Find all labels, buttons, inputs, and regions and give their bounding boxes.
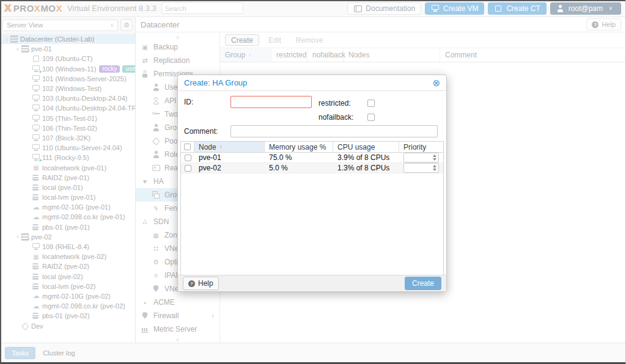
- window-edge: [0, 0, 626, 1]
- node-row[interactable]: pve-01 75.0 % 3.9% of 8 CPUs: [181, 153, 443, 163]
- cpu-column-header[interactable]: CPU usage: [333, 142, 399, 152]
- node-row-checkbox[interactable]: [185, 165, 191, 172]
- priority-spinner[interactable]: [403, 153, 439, 162]
- select-all-checkbox[interactable]: [184, 144, 191, 150]
- node-row-cell: [181, 155, 194, 161]
- id-label: ID:: [184, 98, 230, 106]
- id-input[interactable]: [230, 96, 312, 108]
- priority-column-label: Priority: [403, 143, 426, 151]
- comment-field-row: Comment:: [184, 125, 438, 137]
- comment-input[interactable]: [230, 125, 438, 137]
- dialog-footer: Help Create: [178, 275, 446, 291]
- node-column-label: Node: [199, 143, 216, 151]
- memory-column-label: Memory usage %: [269, 143, 326, 151]
- memory-column-header[interactable]: Memory usage %: [265, 142, 333, 152]
- memory-usage-cell: 5.0 %: [265, 164, 333, 172]
- restricted-checkbox[interactable]: [367, 100, 375, 107]
- restricted-row: restricted:: [319, 96, 375, 110]
- node-row[interactable]: pve-02 5.0 % 1.3% of 8 CPUs: [181, 163, 443, 173]
- dialog-title-bar: Create: HA Group: [178, 75, 446, 91]
- comment-label: Comment:: [184, 127, 230, 136]
- dialog-help-label: Help: [198, 279, 213, 288]
- checkbox-column: restricted: nofailback:: [319, 96, 375, 124]
- node-table-rows: pve-01 75.0 % 3.9% of 8 CPUs: [181, 153, 443, 173]
- memory-usage-cell: 75.0 %: [265, 153, 333, 162]
- dialog-help-button[interactable]: Help: [183, 277, 219, 290]
- window-edge: [0, 0, 1, 364]
- id-field-row: ID:: [184, 96, 312, 108]
- cpu-usage-cell: 3.9% of 8 CPUs: [333, 153, 399, 162]
- restricted-label: restricted:: [319, 99, 367, 107]
- node-row-cell: [181, 165, 194, 172]
- cpu-usage-cell: 1.3% of 8 CPUs: [333, 164, 399, 172]
- create-ha-group-dialog: Create: HA Group ID: restricted: nofailb…: [177, 75, 447, 292]
- node-name-cell: pve-01: [194, 153, 265, 162]
- priority-spinner[interactable]: [403, 163, 439, 173]
- priority-cell: [399, 153, 443, 162]
- node-name-cell: pve-02: [194, 164, 265, 172]
- dialog-body: ID: restricted: nofailback: Comment:: [178, 91, 446, 275]
- dialog-title: Create: HA Group: [184, 78, 247, 87]
- priority-column-header[interactable]: Priority: [399, 142, 443, 152]
- proxmox-app: XPROXMOX Virtual Environment 8.3.3 Docum…: [0, 0, 626, 364]
- spinner-arrows-icon[interactable]: [433, 165, 436, 171]
- question-icon: [188, 280, 195, 287]
- cpu-column-label: CPU usage: [337, 143, 375, 151]
- nofailback-checkbox[interactable]: [367, 114, 375, 121]
- dialog-create-button[interactable]: Create: [405, 277, 441, 290]
- priority-cell: [399, 163, 443, 173]
- nofailback-row: nofailback:: [319, 110, 375, 124]
- select-all-header: [181, 142, 194, 152]
- node-table: Node Memory usage % CPU usage Priority p…: [180, 141, 444, 275]
- node-column-header[interactable]: Node: [194, 142, 265, 152]
- node-row-checkbox[interactable]: [185, 155, 191, 161]
- close-icon[interactable]: [432, 78, 440, 87]
- nofailback-label: nofailback:: [319, 113, 367, 122]
- node-table-header: Node Memory usage % CPU usage Priority: [181, 142, 443, 153]
- spinner-arrows-icon[interactable]: [433, 155, 436, 161]
